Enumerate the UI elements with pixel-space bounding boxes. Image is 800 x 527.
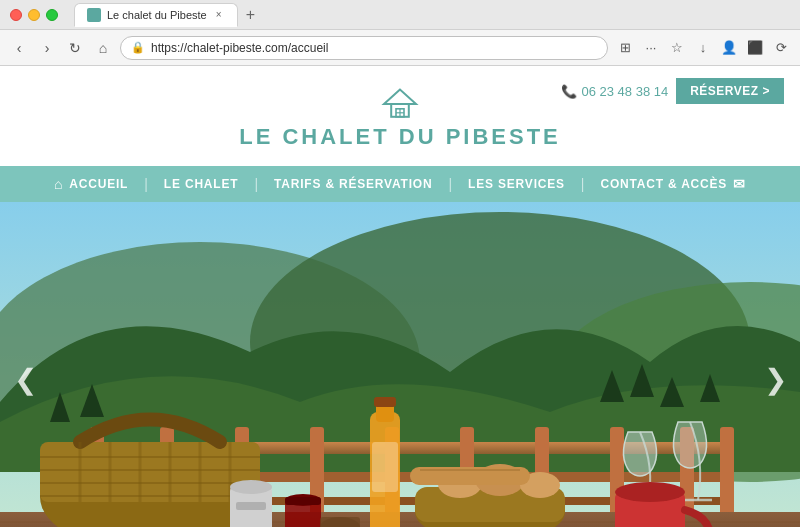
- forward-button[interactable]: ›: [36, 37, 58, 59]
- lock-icon: 🔒: [131, 41, 145, 54]
- active-tab[interactable]: Le chalet du Pibeste ×: [74, 3, 238, 27]
- profile-icon[interactable]: 👤: [718, 37, 740, 59]
- svg-rect-61: [320, 517, 360, 527]
- tab-title: Le chalet du Pibeste: [107, 9, 207, 21]
- tab-favicon: [87, 8, 101, 22]
- maximize-button[interactable]: [46, 9, 58, 21]
- site-header: 📞 06 23 48 38 14 RÉSERVEZ > LE CHALET DU…: [0, 66, 800, 166]
- svg-point-59: [615, 482, 685, 502]
- header-contact: 📞 06 23 48 38 14 RÉSERVEZ >: [561, 78, 784, 104]
- logo-text: LE CHALET DU PIBESTE: [239, 124, 561, 150]
- phone-number: 📞 06 23 48 38 14: [561, 84, 668, 99]
- bookmark-icon[interactable]: ☆: [666, 37, 688, 59]
- svg-point-39: [230, 480, 272, 494]
- toolbar-icons: ⊞ ··· ☆ ↓ 👤 ⬛ ⟳: [614, 37, 792, 59]
- address-bar[interactable]: 🔒 https://chalet-pibeste.com/accueil: [120, 36, 608, 60]
- reservez-button[interactable]: RÉSERVEZ >: [676, 78, 784, 104]
- tab-bar: Le chalet du Pibeste × +: [74, 3, 790, 27]
- svg-rect-44: [285, 497, 321, 505]
- nav-item-accueil[interactable]: ⌂ ACCUEIL: [38, 166, 144, 202]
- nav-item-contact[interactable]: CONTACT & ACCÈS ✉: [585, 166, 762, 202]
- hero-section: ❮ ❯: [0, 202, 800, 527]
- svg-rect-27: [40, 442, 260, 502]
- sync-icon[interactable]: ⟳: [770, 37, 792, 59]
- svg-rect-48: [372, 442, 398, 492]
- url-text: https://chalet-pibeste.com/accueil: [151, 41, 328, 55]
- browser-titlebar: Le chalet du Pibeste × +: [0, 0, 800, 30]
- nav-item-services[interactable]: LES SERVICES: [452, 166, 581, 202]
- svg-rect-41: [236, 502, 266, 510]
- home-nav-icon: ⌂: [54, 176, 63, 192]
- more-icon[interactable]: ···: [640, 37, 662, 59]
- svg-rect-47: [374, 397, 396, 407]
- close-button[interactable]: [10, 9, 22, 21]
- hero-background: [0, 202, 800, 527]
- back-button[interactable]: ‹: [8, 37, 30, 59]
- nav-item-tarifs[interactable]: TARIFS & RÉSERVATION: [258, 166, 448, 202]
- hero-prev-button[interactable]: ❮: [10, 365, 40, 395]
- website: 📞 06 23 48 38 14 RÉSERVEZ > LE CHALET DU…: [0, 66, 800, 527]
- tab-close-button[interactable]: ×: [213, 9, 225, 21]
- svg-marker-0: [384, 89, 416, 103]
- new-tab-button[interactable]: +: [242, 6, 259, 24]
- download-icon[interactable]: ↓: [692, 37, 714, 59]
- browser-toolbar: ‹ › ↻ ⌂ 🔒 https://chalet-pibeste.com/acc…: [0, 30, 800, 66]
- window-icon[interactable]: ⬛: [744, 37, 766, 59]
- refresh-button[interactable]: ↻: [64, 37, 86, 59]
- phone-icon: 📞: [561, 84, 577, 99]
- hero-next-button[interactable]: ❯: [760, 365, 790, 395]
- logo-area: LE CHALET DU PIBESTE: [239, 88, 561, 150]
- minimize-button[interactable]: [28, 9, 40, 21]
- site-nav: ⌂ ACCUEIL | LE CHALET | TARIFS & RÉSERVA…: [0, 166, 800, 202]
- logo-icon: [380, 88, 420, 120]
- mail-nav-icon: ✉: [733, 176, 746, 192]
- browser-chrome: Le chalet du Pibeste × + ‹ › ↻ ⌂ 🔒 https…: [0, 0, 800, 66]
- home-button[interactable]: ⌂: [92, 37, 114, 59]
- extensions-icon[interactable]: ⊞: [614, 37, 636, 59]
- nav-item-le-chalet[interactable]: LE CHALET: [148, 166, 255, 202]
